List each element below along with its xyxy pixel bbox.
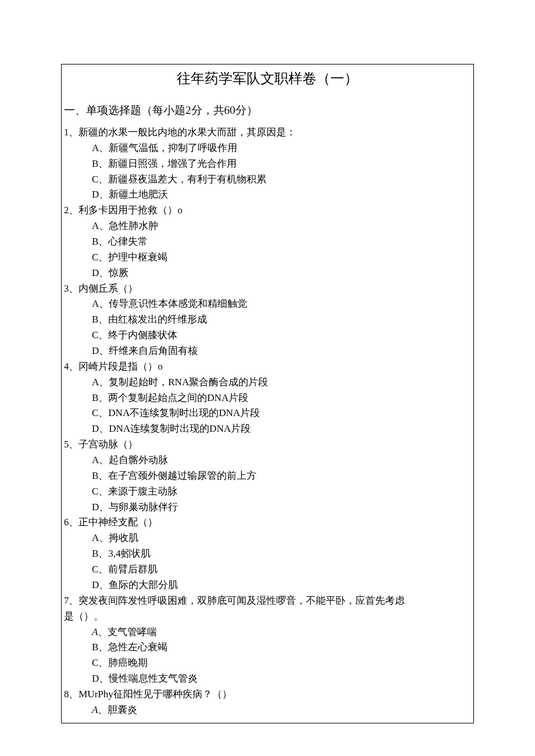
question-text: 冈崎片段是指（）o [79, 361, 163, 372]
option-a: A、拇收肌 [64, 531, 471, 546]
question-text: 内侧丘系（） [79, 283, 138, 294]
question-number: 6、 [64, 517, 79, 528]
question-number: 2、 [64, 205, 79, 216]
question-text: 子宫动脉（） [79, 439, 138, 450]
option-b: B、在子宫颈外侧越过输尿管的前上方 [64, 468, 471, 484]
option-d: D、鱼际的大部分肌 [64, 578, 471, 593]
question-text: 正中神经支配（） [79, 517, 158, 528]
option-b: B、两个复制起始点之间的DNA片段 [64, 390, 471, 406]
question-text: 突发夜间阵发性呼吸困难，双肺底可闻及湿性啰音，不能平卧，应首先考虑 [79, 595, 405, 606]
option-b: B、由红核发出的纤维形成 [64, 312, 471, 328]
option-a: A、复制起始时，RNA聚合酶合成的片段 [64, 375, 471, 390]
option-b: B、急性左心衰竭 [64, 640, 471, 655]
question-7: 7、突发夜间阵发性呼吸困难，双肺底可闻及湿性啰音，不能平卧，应首先考虑 是（）。… [64, 593, 471, 687]
question-4: 4、冈崎片段是指（）o A、复制起始时，RNA聚合酶合成的片段 B、两个复制起始… [64, 359, 471, 437]
option-a: A、起自髂外动脉 [64, 453, 471, 468]
option-b: B、心律失常 [64, 234, 471, 250]
option-d: D、惊厥 [64, 266, 471, 281]
option-a: A、支气管哮喘 [64, 625, 471, 640]
question-8: 8、MUrPhy征阳性见于哪种疾病？（） A、胆囊炎 [64, 687, 471, 718]
option-c: C、来源于腹主动脉 [64, 484, 471, 500]
option-d: D、与卵巢动脉伴行 [64, 500, 471, 515]
document-title: 往年药学军队文职样卷（一） [64, 69, 471, 88]
question-number: 3、 [64, 283, 79, 294]
option-a: A、急性肺水肿 [64, 218, 471, 234]
question-6: 6、正中神经支配（） A、拇收肌 B、3,4蚓状肌 C、前臂后群肌 D、鱼际的大… [64, 515, 471, 593]
option-d: D、纤维来自后角固有核 [64, 343, 471, 359]
question-number: 1、 [64, 127, 79, 138]
question-5: 5、子宫动脉（） A、起自髂外动脉 B、在子宫颈外侧越过输尿管的前上方 C、来源… [64, 437, 471, 515]
question-2: 2、利多卡因用于抢救（）o A、急性肺水肿 B、心律失常 C、护理中枢衰竭 D、… [64, 203, 471, 281]
question-number: 4、 [64, 361, 79, 372]
question-text: 利多卡因用于抢救（）o [79, 205, 183, 216]
section-header: 一、单项选择题（每小题2分，共60分） [64, 103, 471, 118]
document-frame: 往年药学军队文职样卷（一） 一、单项选择题（每小题2分，共60分） 1、新疆的水… [61, 64, 474, 723]
question-text: MUrPhy征阳性见于哪种疾病？（） [79, 689, 232, 700]
option-a: A、胆囊炎 [64, 703, 471, 718]
option-c: C、肺癌晚期 [64, 655, 471, 671]
option-c: C、新疆昼夜温差大，有利于有机物积累 [64, 172, 471, 188]
question-number: 5、 [64, 439, 79, 450]
question-3: 3、内侧丘系（） A、传导意识性本体感觉和精细触觉 B、由红核发出的纤维形成 C… [64, 281, 471, 359]
option-b: B、3,4蚓状肌 [64, 546, 471, 562]
option-d: D、慢性喘息性支气管炎 [64, 671, 471, 687]
option-a: A、新疆气温低，抑制了呼吸作用 [64, 141, 471, 156]
option-c: C、终于内侧膝状体 [64, 328, 471, 343]
question-text: 新疆的水果一般比内地的水果大而甜，其原因是： [79, 127, 296, 138]
option-d: D、新疆土地肥沃 [64, 187, 471, 203]
question-1: 1、新疆的水果一般比内地的水果大而甜，其原因是： A、新疆气温低，抑制了呼吸作用… [64, 125, 471, 203]
question-number: 8、 [64, 689, 79, 700]
question-number: 7、 [64, 595, 79, 606]
option-c: C、前臂后群肌 [64, 562, 471, 578]
option-c: C、护理中枢衰竭 [64, 250, 471, 266]
question-text-line2: 是（）。 [64, 611, 104, 622]
option-a: A、传导意识性本体感觉和精细触觉 [64, 296, 471, 312]
option-b: B、新疆日照强，增强了光合作用 [64, 156, 471, 172]
option-d: D、DNA连续复制时出现的DNA片段 [64, 421, 471, 437]
option-c: C、DNA不连续复制时出现的DNA片段 [64, 406, 471, 421]
